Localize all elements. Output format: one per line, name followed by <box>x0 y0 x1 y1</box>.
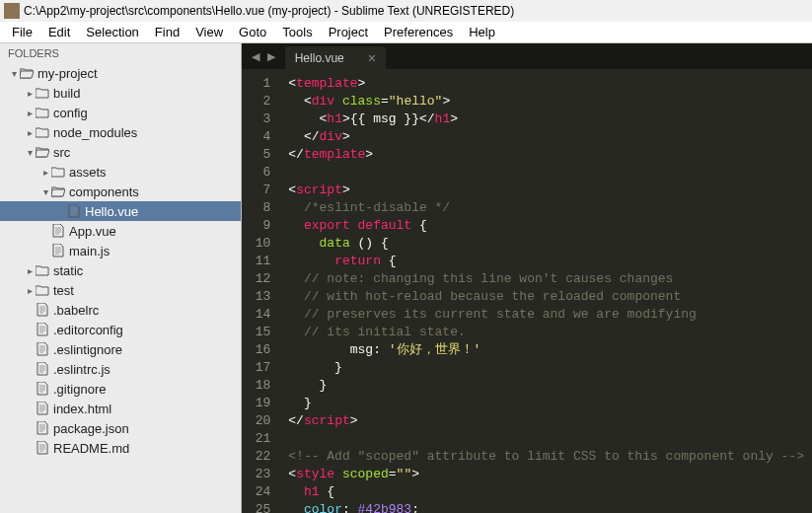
file-item-main-js[interactable]: main.js <box>0 241 241 260</box>
file-icon <box>51 224 65 238</box>
file-item--editorconfig[interactable]: .editorconfig <box>0 320 241 339</box>
line-number: 24 <box>256 483 271 501</box>
menu-edit[interactable]: Edit <box>40 23 78 41</box>
code-line[interactable]: h1 { <box>280 483 812 501</box>
code-line[interactable]: // with hot-reload because the reloaded … <box>280 288 812 306</box>
nav-back-icon[interactable]: ◀ <box>248 50 263 63</box>
menu-preferences[interactable]: Preferences <box>376 23 461 41</box>
menu-tools[interactable]: Tools <box>274 23 320 41</box>
file-item--gitignore[interactable]: .gitignore <box>0 379 241 399</box>
menubar: FileEditSelectionFindViewGotoToolsProjec… <box>0 22 812 43</box>
code-line[interactable]: <div class="hello"> <box>280 93 812 110</box>
tabbar-row: ◀ ▶ Hello.vue× <box>242 43 812 69</box>
code-line[interactable]: </script> <box>280 412 812 430</box>
disclosure-icon[interactable]: ▸ <box>24 265 36 276</box>
tree-item-label: config <box>53 106 88 120</box>
tree-item-label: .editorconfig <box>53 323 123 337</box>
file-item--eslintignore[interactable]: .eslintignore <box>0 339 241 359</box>
window-title: C:\App2\my-project\src\components\Hello.… <box>24 4 514 18</box>
disclosure-icon[interactable]: ▸ <box>39 167 51 178</box>
folder-item-src[interactable]: ▾src <box>0 142 241 162</box>
folder-icon <box>20 67 34 79</box>
file-item-index-html[interactable]: index.html <box>0 399 241 418</box>
editor-area: ◀ ▶ Hello.vue× 1234567891011121314151617… <box>242 43 812 513</box>
code-line[interactable]: color: #42b983; <box>280 501 812 513</box>
code-line[interactable]: } <box>280 359 812 377</box>
folder-icon <box>51 166 65 178</box>
line-number: 13 <box>256 288 271 306</box>
menu-goto[interactable]: Goto <box>231 23 274 41</box>
code-line[interactable]: } <box>280 395 812 412</box>
file-item-package-json[interactable]: package.json <box>0 418 241 438</box>
code-line[interactable]: /*eslint-disable */ <box>280 199 812 217</box>
folder-item-components[interactable]: ▾components <box>0 182 241 201</box>
file-item-app-vue[interactable]: App.vue <box>0 221 241 241</box>
code-line[interactable]: // note: changing this line won't causes… <box>280 270 812 288</box>
file-icon <box>36 421 49 435</box>
tree-item-label: .eslintrc.js <box>53 362 111 377</box>
menu-view[interactable]: View <box>187 23 231 41</box>
disclosure-icon[interactable]: ▾ <box>24 147 36 158</box>
menu-file[interactable]: File <box>4 23 40 41</box>
disclosure-icon[interactable]: ▸ <box>24 127 36 138</box>
code-line[interactable]: msg: '你好，世界！' <box>280 341 812 359</box>
menu-find[interactable]: Find <box>147 23 187 41</box>
code-editor[interactable]: 1234567891011121314151617181920212223242… <box>242 69 812 513</box>
file-item-hello-vue[interactable]: Hello.vue <box>0 201 241 221</box>
code-content[interactable]: <template> <div class="hello"> <h1>{{ ms… <box>280 69 812 513</box>
code-line[interactable]: return { <box>280 253 812 270</box>
line-number: 23 <box>256 466 271 483</box>
disclosure-icon[interactable]: ▸ <box>24 285 36 296</box>
line-number: 17 <box>256 359 271 377</box>
folder-item-assets[interactable]: ▸assets <box>0 162 241 182</box>
disclosure-icon[interactable]: ▸ <box>24 108 36 118</box>
code-line[interactable]: <!-- Add "scoped" attribute to limit CSS… <box>280 448 812 466</box>
tab-label: Hello.vue <box>295 51 344 65</box>
file-icon <box>36 402 49 415</box>
file-icon <box>51 244 65 257</box>
code-line[interactable] <box>280 164 812 182</box>
code-line[interactable]: <script> <box>280 182 812 199</box>
file-item--eslintrc-js[interactable]: .eslintrc.js <box>0 359 241 379</box>
line-number: 6 <box>256 164 271 182</box>
folder-item-node-modules[interactable]: ▸node_modules <box>0 122 241 142</box>
menu-selection[interactable]: Selection <box>78 23 146 41</box>
file-item--babelrc[interactable]: .babelrc <box>0 300 241 320</box>
folder-item-my-project[interactable]: ▾my-project <box>0 63 241 83</box>
line-number: 9 <box>256 217 271 235</box>
code-line[interactable]: <h1>{{ msg }}</h1> <box>280 110 812 128</box>
code-line[interactable]: <style scoped=""> <box>280 466 812 483</box>
code-line[interactable]: <template> <box>280 75 812 93</box>
code-line[interactable]: </template> <box>280 146 812 164</box>
folder-item-build[interactable]: ▸build <box>0 83 241 103</box>
tabbar: Hello.vue× <box>285 43 812 70</box>
code-line[interactable]: </div> <box>280 128 812 146</box>
file-item-readme-md[interactable]: README.md <box>0 438 241 458</box>
tree-item-label: App.vue <box>69 224 116 239</box>
tree-item-label: .babelrc <box>53 303 99 318</box>
close-icon[interactable]: × <box>368 50 376 66</box>
code-line[interactable]: } <box>280 377 812 395</box>
code-line[interactable]: data () { <box>280 235 812 253</box>
folder-icon <box>36 146 49 158</box>
folder-item-config[interactable]: ▸config <box>0 103 241 122</box>
folder-icon <box>36 264 49 276</box>
menu-project[interactable]: Project <box>321 23 376 41</box>
tree-item-label: src <box>53 145 70 160</box>
disclosure-icon[interactable]: ▾ <box>39 186 51 197</box>
code-line[interactable]: // its initial state. <box>280 324 812 341</box>
line-number: 18 <box>256 377 271 395</box>
folder-item-test[interactable]: ▸test <box>0 280 241 300</box>
disclosure-icon[interactable]: ▸ <box>24 88 36 99</box>
folder-item-static[interactable]: ▸static <box>0 260 241 280</box>
disclosure-icon[interactable]: ▾ <box>8 68 20 79</box>
line-number: 14 <box>256 306 271 324</box>
nav-forward-icon[interactable]: ▶ <box>263 50 279 63</box>
tab-hello-vue[interactable]: Hello.vue× <box>285 46 386 70</box>
menu-help[interactable]: Help <box>461 23 503 41</box>
code-line[interactable]: // preserves its current state and we ar… <box>280 306 812 324</box>
line-number: 11 <box>256 253 271 270</box>
code-line[interactable]: export default { <box>280 217 812 235</box>
code-line[interactable] <box>280 430 812 448</box>
tree-item-label: components <box>69 184 139 199</box>
